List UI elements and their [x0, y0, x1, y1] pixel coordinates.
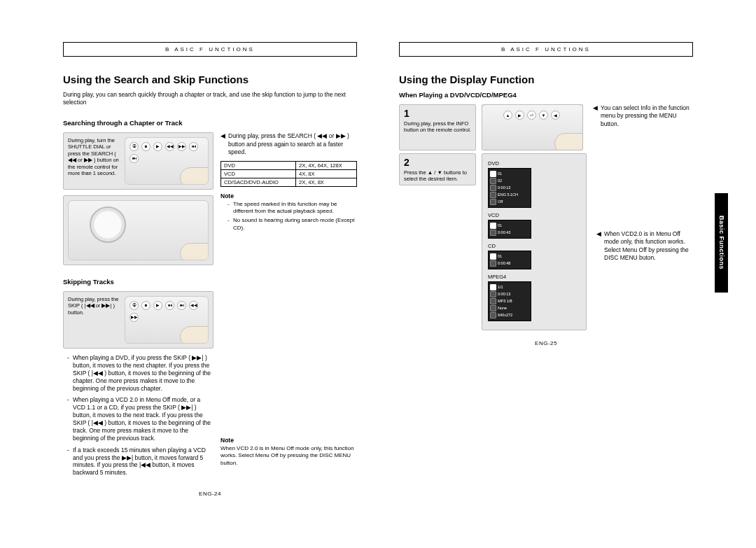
clock-icon	[490, 260, 496, 267]
sec1-note-1: The speed marked in this function may be…	[227, 201, 357, 216]
right-title: Using the Display Function	[399, 73, 693, 85]
subtitle-icon	[490, 199, 496, 205]
tbl-r1c1: 4X, 8X	[295, 169, 356, 178]
tbl-r0c1: 2X, 4X, 64X, 128X	[295, 161, 356, 169]
left-arrow-icon: ◀	[596, 230, 601, 262]
chapter-icon	[490, 178, 496, 184]
size-icon	[490, 312, 496, 318]
header-left: B ASIC F UNCTIONS	[63, 42, 357, 57]
osd-mpeg4-label: MPEG4	[488, 274, 582, 280]
r2-note-text: When VCD2.0 is in Menu Off mode only, th…	[604, 230, 693, 262]
step1-box: 1 During play, press the INFO button on …	[399, 104, 476, 150]
osd-cd-label: CD	[488, 243, 582, 249]
sec1-pointer-text: During play, press the SEARCH ( ◀◀ or ▶▶…	[228, 132, 357, 156]
left-intro: During play, you can search quickly thro…	[63, 91, 357, 106]
tbl-r0c0: DVD	[221, 161, 296, 169]
osd-vcd-label: VCD	[488, 212, 582, 218]
page-right: B ASIC F UNCTIONS Using the Display Func…	[399, 42, 693, 497]
disc-icon	[490, 171, 496, 177]
r1-pointer: ◀ You can select Info in the function me…	[593, 104, 693, 128]
disc-icon	[490, 253, 496, 260]
tbl-r1c0: VCD	[221, 169, 296, 178]
disc-icon	[490, 223, 496, 229]
osd-vcd: 01 0:00:43	[488, 220, 531, 239]
left-title: Using the Search and Skip Functions	[63, 73, 357, 85]
osd-dvd: 01 02 0:00:13 ENG 5.1CH Off	[488, 168, 531, 208]
disc-icon	[490, 284, 496, 290]
osd-mpeg4: 1/1 0:00:13 MP3 1/8 None 640x272	[488, 281, 531, 321]
left-arrow-icon: ◀	[220, 132, 225, 156]
osd-column: DVD 01 02 0:00:13 ENG 5.1CH Off VCD 01 0…	[482, 153, 587, 330]
right-sub: When Playing a DVD/VCD/CD/MPEG4	[399, 91, 693, 99]
clock-icon	[490, 230, 496, 236]
step1-text: During play, press the INFO button on th…	[404, 120, 471, 133]
osd-dvd-label: DVD	[488, 160, 582, 167]
sec2-note-text: When VCD 2.0 is in Menu Off mode only, t…	[220, 445, 357, 467]
sec1-greybox: During play, turn the SHUTTLE DIAL or pr…	[63, 132, 214, 190]
sec2-b3: If a track exceeds 15 minutes when playi…	[67, 447, 214, 477]
sec1-greybox-text: During play, turn the SHUTTLE DIAL or pr…	[68, 137, 120, 176]
remote-illustration-1: ⦿■▶◀◀▶▶⏮⏭	[125, 137, 209, 185]
sec1-pointer: ◀ During play, press the SEARCH ( ◀◀ or …	[220, 132, 357, 156]
sec1-note-heading: Note	[220, 192, 357, 199]
left-arrow-icon: ◀	[593, 104, 598, 128]
section-tab: Basic Functions	[715, 193, 728, 293]
sec2-bullets: When playing a DVD, if you press the SKI…	[63, 354, 214, 477]
osd-cd: 01 0:00:48	[488, 251, 531, 269]
sec2-note-heading: Note	[220, 437, 357, 444]
step2-text: Press the ▲ / ▼ buttons to select the de…	[404, 169, 467, 182]
r2-pointer: ◀ When VCD2.0 is in Menu Off mode only, …	[596, 230, 693, 262]
subtitle-icon	[490, 305, 496, 311]
step2-num: 2	[404, 157, 471, 169]
audio-icon	[490, 298, 496, 304]
sec2-b1: When playing a DVD, if you press the SKI…	[67, 354, 214, 392]
tbl-r2c1: 2X, 4X, 8X	[295, 178, 356, 186]
r1-note-text: You can select Info in the function menu…	[601, 104, 693, 128]
sec2-b2: When playing a VCD 2.0 in Menu Off mode,…	[67, 396, 214, 442]
sec2-heading: Skipping Tracks	[63, 278, 357, 286]
sec1-dial-illustration	[63, 195, 214, 265]
header-right: B ASIC F UNCTIONS	[399, 42, 693, 57]
sec2-greybox: During play, press the SKIP ( |◀◀ or ▶▶|…	[63, 291, 214, 349]
sec1-notes: The speed marked in this function may be…	[220, 201, 357, 232]
speed-table: DVD2X, 4X, 64X, 128X VCD4X, 8X CD/SACD/D…	[220, 161, 357, 187]
page-number-left: ENG-24	[63, 491, 357, 497]
step1-illustration: ▲▶⏎▼◀	[482, 104, 583, 150]
audio-icon	[490, 192, 496, 198]
step1-num: 1	[404, 108, 471, 120]
remote-illustration-2: ⦿■▶⏮⏭◀◀▶▶	[125, 296, 209, 344]
sec1-heading: Searching through a Chapter or Track	[63, 119, 357, 127]
tbl-r2c0: CD/SACD/DVD-AUDIO	[221, 178, 296, 186]
sec1-note-2: No sound is hearing during search mode (…	[227, 217, 357, 232]
page-number-right: ENG-25	[399, 340, 693, 346]
sec2-greybox-text: During play, press the SKIP ( |◀◀ or ▶▶|…	[68, 296, 120, 316]
page-left: B ASIC F UNCTIONS Using the Search and S…	[63, 42, 357, 497]
clock-icon	[490, 185, 496, 191]
step2-box: 2 Press the ▲ / ▼ buttons to select the …	[399, 153, 476, 185]
clock-icon	[490, 291, 496, 297]
